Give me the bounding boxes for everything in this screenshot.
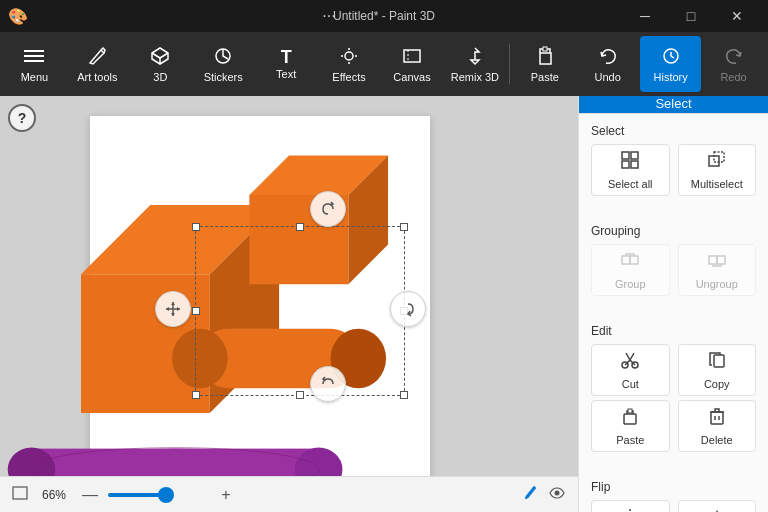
art-tools-icon bbox=[87, 46, 107, 69]
select-all-icon bbox=[620, 150, 640, 174]
svg-rect-27 bbox=[13, 487, 27, 499]
ungroup-btn[interactable]: Ungroup bbox=[678, 244, 757, 296]
toolbar-redo-label: Redo bbox=[720, 71, 746, 83]
flip-section-title: Flip bbox=[591, 480, 756, 494]
right-panel: Select Select Select all Multiselect bbox=[578, 96, 768, 512]
toolbar-undo[interactable]: Undo bbox=[577, 36, 638, 92]
rotate-x-control[interactable] bbox=[390, 291, 426, 327]
ungroup-label: Ungroup bbox=[696, 278, 738, 290]
grouping-section-title: Grouping bbox=[591, 224, 756, 238]
svg-rect-42 bbox=[624, 414, 636, 424]
svg-rect-41 bbox=[714, 355, 724, 367]
svg-rect-31 bbox=[622, 161, 629, 168]
zoom-fill bbox=[108, 493, 163, 497]
toolbar-paste[interactable]: Paste bbox=[514, 36, 575, 92]
delete-label: Delete bbox=[701, 434, 733, 446]
select-all-label: Select all bbox=[608, 178, 653, 190]
help-button[interactable]: ? bbox=[8, 104, 36, 132]
zoom-percentage: 66% bbox=[36, 488, 72, 502]
rotate-control[interactable] bbox=[310, 191, 346, 227]
selection-handle-tr[interactable] bbox=[400, 223, 408, 231]
svg-rect-29 bbox=[622, 152, 629, 159]
toolbar-remix-3d[interactable]: Remix 3D bbox=[444, 36, 505, 92]
selection-box bbox=[195, 226, 405, 396]
copy-btn[interactable]: Copy bbox=[678, 344, 757, 396]
selection-handle-bm[interactable] bbox=[296, 391, 304, 399]
flip-section: Flip Flip horizontal Flip vertical bbox=[579, 470, 768, 512]
flip-horizontal-icon bbox=[620, 506, 640, 512]
cut-icon bbox=[620, 350, 640, 374]
svg-rect-30 bbox=[631, 152, 638, 159]
undo-icon bbox=[598, 46, 618, 69]
paste-icon bbox=[535, 46, 555, 69]
toolbar-sep-1 bbox=[509, 44, 510, 84]
history-icon bbox=[661, 46, 681, 69]
toolbar-menu-label: Menu bbox=[21, 71, 49, 83]
close-btn[interactable]: ✕ bbox=[714, 0, 760, 32]
svg-rect-37 bbox=[709, 256, 717, 264]
select-all-btn[interactable]: Select all bbox=[591, 144, 670, 196]
maximize-btn[interactable]: □ bbox=[668, 0, 714, 32]
zoom-plus-btn[interactable]: + bbox=[216, 486, 236, 504]
group-btn[interactable]: Group bbox=[591, 244, 670, 296]
toolbar-history[interactable]: History bbox=[640, 36, 701, 92]
toolbar-history-label: History bbox=[654, 71, 688, 83]
edit-section-title: Edit bbox=[591, 324, 756, 338]
toolbar-stickers[interactable]: Stickers bbox=[193, 36, 254, 92]
svg-rect-10 bbox=[540, 53, 551, 64]
flip-horizontal-btn[interactable]: Flip horizontal bbox=[591, 500, 670, 512]
svg-rect-1 bbox=[24, 55, 44, 57]
window-title: Untitled* - Paint 3D bbox=[333, 9, 435, 23]
toolbar-effects[interactable]: Effects bbox=[319, 36, 380, 92]
remix-3d-icon bbox=[465, 46, 485, 69]
canvas-icon bbox=[402, 46, 422, 69]
group-icon bbox=[620, 250, 640, 274]
delete-btn[interactable]: Delete bbox=[678, 400, 757, 452]
flip-vertical-btn[interactable]: Flip vertical bbox=[678, 500, 757, 512]
toolbar-text[interactable]: T Text bbox=[256, 36, 317, 92]
select-section: Select Select all Multiselect bbox=[579, 114, 768, 206]
menu-icon bbox=[24, 46, 44, 69]
toolbar-redo[interactable]: Redo bbox=[703, 36, 764, 92]
zoom-thumb[interactable] bbox=[158, 487, 174, 503]
multiselect-icon bbox=[707, 150, 727, 174]
svg-rect-38 bbox=[717, 256, 725, 264]
text-icon: T bbox=[281, 48, 292, 66]
toolbar-art-tools[interactable]: Art tools bbox=[67, 36, 128, 92]
selection-handle-tm[interactable] bbox=[296, 223, 304, 231]
select-tab[interactable]: Select bbox=[579, 96, 768, 113]
flip-vertical-icon bbox=[707, 506, 727, 512]
toolbar-canvas[interactable]: Canvas bbox=[382, 36, 443, 92]
svg-point-28 bbox=[555, 490, 560, 495]
rotate-y-control[interactable] bbox=[310, 366, 346, 402]
toolbar-effects-label: Effects bbox=[332, 71, 365, 83]
selection-handle-br[interactable] bbox=[400, 391, 408, 399]
selection-handle-bl[interactable] bbox=[192, 391, 200, 399]
toolbar-menu[interactable]: Menu bbox=[4, 36, 65, 92]
svg-rect-43 bbox=[628, 409, 632, 413]
cut-label: Cut bbox=[622, 378, 639, 390]
selection-handle-tl[interactable] bbox=[192, 223, 200, 231]
toolbar-3d[interactable]: 3D bbox=[130, 36, 191, 92]
select-tab-label: Select bbox=[655, 96, 691, 111]
multiselect-btn[interactable]: Multiselect bbox=[678, 144, 757, 196]
svg-rect-32 bbox=[631, 161, 638, 168]
bottom-bar: 66% — + bbox=[0, 476, 578, 512]
selection-handle-ml[interactable] bbox=[192, 307, 200, 315]
grouping-btn-row: Group Ungroup bbox=[591, 244, 756, 296]
pen-tool-btn[interactable] bbox=[522, 484, 540, 506]
paste-edit-label: Paste bbox=[616, 434, 644, 446]
svg-rect-33 bbox=[709, 156, 719, 166]
paste-delete-row: Paste Delete bbox=[591, 400, 756, 452]
zoom-slider[interactable] bbox=[108, 493, 208, 497]
paste-edit-btn[interactable]: Paste bbox=[591, 400, 670, 452]
window-controls: ─ □ ✕ bbox=[622, 0, 760, 32]
minimize-btn[interactable]: ─ bbox=[622, 0, 668, 32]
edit-section: Edit Cut Copy bbox=[579, 314, 768, 462]
delete-icon bbox=[707, 406, 727, 430]
eye-tool-btn[interactable] bbox=[548, 484, 566, 506]
zoom-minus-btn[interactable]: — bbox=[80, 486, 100, 504]
cut-btn[interactable]: Cut bbox=[591, 344, 670, 396]
move-control[interactable] bbox=[155, 291, 191, 327]
svg-rect-36 bbox=[630, 256, 638, 264]
